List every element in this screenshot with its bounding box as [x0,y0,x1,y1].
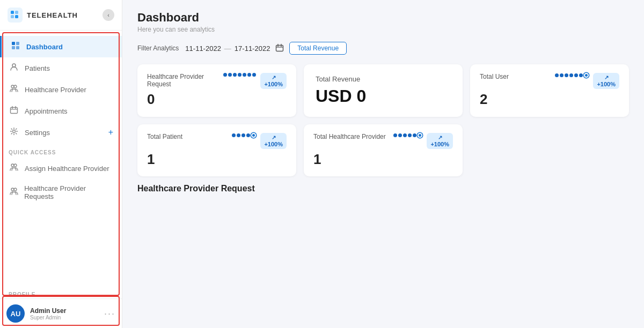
profile-section: AU Admin User Super Admin ··· [0,299,122,328]
hp-request-badge-value: +100% [264,81,283,87]
dashboard-icon [10,41,21,52]
date-dash: — [224,44,231,53]
svg-rect-5 [16,42,19,45]
revenue-label: Total Revenue [316,75,451,83]
total-patient-badge: ↗ +100% [260,133,287,149]
svg-point-9 [11,85,14,88]
total-hp-badge-value: +100% [430,141,449,147]
total-hp-badge: ↗ +100% [427,133,453,149]
sidebar-label-assign-hp: Assign Healthcare Provider [25,165,109,173]
hp-request-section-title: Healthcare Provider Request [137,184,629,193]
stat-label-total-hp: Total Healthcare Provider [313,133,386,140]
stat-card-total-patient: Total Patient ↗ +100% 1 [137,124,296,176]
patients-icon [9,63,19,73]
total-hp-dots [393,133,422,138]
sidebar-item-patients[interactable]: Patients [0,57,122,79]
calendar-icon[interactable] [275,43,284,54]
sidebar-item-settings[interactable]: Settings + [0,122,122,143]
filter-label: Filter Analytics [137,44,179,52]
logo-area: TELEHEALTH [8,8,78,23]
stat-card-total-user: Total User ↗ +100% 2 [470,64,629,117]
hp-requests-icon [9,187,19,198]
sidebar-nav: Dashboard Patients [0,31,122,287]
hp-request-arrow-icon: ↗ [272,74,276,80]
stat-card-total-hp: Total Healthcare Provider ↗ +100% 1 [304,124,463,176]
hp-request-value: 0 [147,91,287,108]
stat-card-total-revenue: Total Revenue USD 0 [304,64,463,117]
filter-revenue-button[interactable]: Total Revenue [289,42,347,55]
profile-role: Super Admin [30,315,99,320]
collapse-button[interactable]: ‹ [103,9,114,21]
sidebar-item-appointments[interactable]: Appointments [0,100,122,122]
empty-spacer [470,124,629,176]
settings-plus-icon[interactable]: + [108,128,113,137]
svg-point-15 [11,188,14,191]
assign-hp-icon [9,163,19,174]
sidebar-item-assign-hp[interactable]: Assign Healthcare Provider [0,158,122,179]
svg-rect-4 [12,42,15,45]
svg-point-14 [14,164,17,167]
stat-label-total-patient: Total Patient [147,133,182,140]
svg-rect-0 [11,11,14,14]
svg-rect-11 [11,108,18,114]
total-hp-arrow-icon: ↗ [438,135,442,140]
revenue-value: USD 0 [316,86,451,106]
healthcare-provider-icon [9,84,19,95]
svg-point-13 [11,164,14,167]
stat-label-hp-request: Healthcare Provider Request [147,73,223,88]
total-user-arrow-icon: ↗ [604,74,609,80]
total-patient-dots [232,133,256,138]
hp-request-dots [223,73,256,77]
sidebar-label-healthcare-provider: Healthcare Provider [25,86,86,94]
page-subtitle: Here you can see analytics [137,26,629,33]
stat-card-hp-request: Healthcare Provider Request ↗ +100% 0 [137,64,296,117]
total-user-dots [555,73,589,78]
svg-rect-7 [16,46,19,49]
sidebar-label-settings: Settings [25,129,50,137]
svg-rect-6 [12,46,15,49]
settings-icon [9,127,19,138]
sidebar-item-hp-requests[interactable]: Healthcare Provider Requests [0,179,122,206]
total-hp-value: 1 [313,151,453,168]
sidebar-label-dashboard: Dashboard [26,43,63,51]
total-patient-arrow-icon: ↗ [272,135,276,140]
quick-access-label: QUICK ACCESS [0,143,122,158]
total-user-badge-value: +100% [597,81,616,87]
appointments-icon [9,106,19,116]
sidebar-item-healthcare-provider[interactable]: Healthcare Provider [0,79,122,100]
sidebar-label-patients: Patients [25,64,50,72]
profile-label-text: PROFILE [0,287,122,299]
svg-point-8 [12,64,16,67]
profile-menu-dots[interactable]: ··· [104,308,115,319]
svg-rect-17 [276,45,283,51]
svg-point-10 [14,85,17,88]
filter-bar: Filter Analytics 11-11-2022 — 17-11-2022… [137,42,629,55]
logo-icon [8,8,23,23]
hp-request-badge: ↗ +100% [260,73,287,89]
svg-point-12 [13,130,16,133]
svg-rect-1 [15,11,18,14]
total-user-badge: ↗ +100% [593,73,619,89]
profile-name: Admin User [30,307,99,315]
svg-point-16 [14,188,17,191]
sidebar-header: TELEHEALTH ‹ [0,0,122,31]
page-title: Dashboard [137,11,629,25]
date-start: 11-11-2022 [185,44,221,53]
sidebar: TELEHEALTH ‹ Dashboard [0,0,122,328]
main-content: Dashboard Here you can see analytics Fil… [122,0,644,328]
total-user-value: 2 [480,91,619,108]
sidebar-label-hp-requests: Healthcare Provider Requests [24,184,113,200]
profile-info: Admin User Super Admin [30,307,99,320]
app-name: TELEHEALTH [27,11,78,19]
total-patient-badge-value: +100% [264,141,283,147]
total-patient-value: 1 [147,151,287,168]
stat-label-total-user: Total User [480,73,509,80]
svg-rect-2 [11,15,14,18]
sidebar-item-dashboard[interactable]: Dashboard [0,36,122,57]
svg-rect-3 [15,15,18,18]
date-range: 11-11-2022 — 17-11-2022 [185,44,270,53]
date-end: 17-11-2022 [235,44,270,53]
user-avatar: AU [6,304,25,323]
sidebar-label-appointments: Appointments [25,107,68,115]
